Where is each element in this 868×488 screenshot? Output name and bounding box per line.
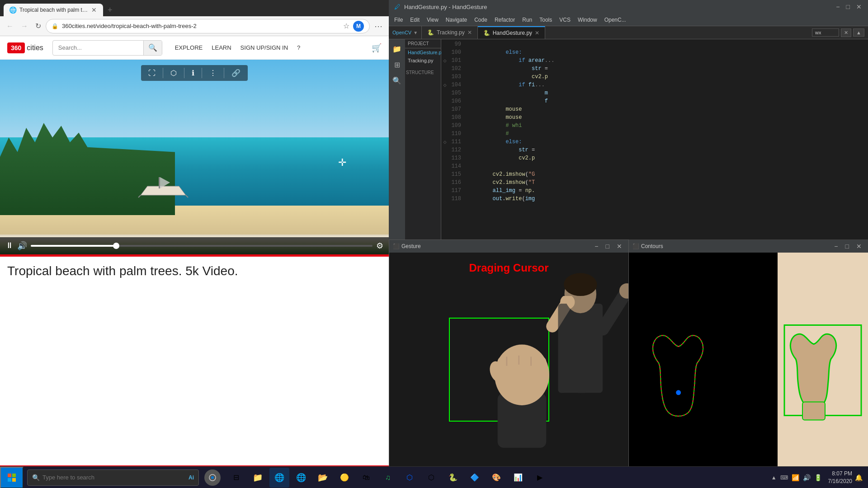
taskbar-app-paint[interactable]: 🎨 xyxy=(486,468,506,488)
taskbar-app-pycharm[interactable]: 🐍 xyxy=(443,468,463,488)
taskbar-notification-icon[interactable]: 🔔 xyxy=(855,474,863,481)
sidebar-project-icon[interactable]: 📁 xyxy=(391,43,403,55)
gesture-maximize-btn[interactable]: □ xyxy=(603,243,612,250)
editor-maximize-button[interactable]: □ xyxy=(844,3,853,10)
info-button[interactable]: ℹ xyxy=(188,67,198,79)
taskbar-app-store[interactable]: 🛍 xyxy=(356,468,376,488)
taskbar-volume-icon[interactable]: 🔊 xyxy=(803,474,811,481)
contours-close-btn[interactable]: ✕ xyxy=(854,243,864,250)
nav-help[interactable]: ? xyxy=(293,42,304,53)
menu-refactor[interactable]: Refactor xyxy=(491,15,519,25)
site-search-input[interactable] xyxy=(53,42,143,53)
overlay-divider-1 xyxy=(163,68,163,78)
taskbar-app-extras[interactable]: ⬡ xyxy=(421,468,441,488)
contours-maximize-btn[interactable]: □ xyxy=(843,243,852,250)
taskbar-apps-area: ⊟ 📁 🌐 🌐 📂 🟡 🛍 ♫ ⬡ ⬡ 🐍 🔷 🎨 📊 ▶ xyxy=(226,468,550,488)
editor-close-button[interactable]: ✕ xyxy=(854,3,864,10)
new-tab-button[interactable]: + xyxy=(104,5,116,16)
taskbar-app-spotify[interactable]: ♫ xyxy=(378,468,398,488)
cortana-button[interactable] xyxy=(204,469,221,486)
tab-close-button[interactable]: ✕ xyxy=(90,6,98,14)
browser-section: 🌐 Tropical beach with palm trees. 5... ✕… xyxy=(0,0,389,488)
editor-search-next[interactable]: ▲ xyxy=(853,28,864,37)
taskbar-search-bar[interactable]: 🔍 Ai xyxy=(27,469,199,486)
code-area[interactable]: 99 100 else: ◇ 101 if arear... xyxy=(441,39,868,239)
taskbar-app-taskview[interactable]: ⊟ xyxy=(226,468,246,488)
menu-code[interactable]: Code xyxy=(471,15,491,25)
tab-handgesture-py[interactable]: 🐍 HandGesture.py ✕ xyxy=(478,26,545,39)
editor-sidebar-icons: 📁 ⊞ 🔍 xyxy=(389,39,405,239)
editor-menu-bar: File Edit View Navigate Code Refactor Ru… xyxy=(389,14,868,26)
sidebar-structure-icon[interactable]: ⊞ xyxy=(392,59,402,71)
taskbar-app-powerpoint[interactable]: 📊 xyxy=(508,468,528,488)
tab-tracking-py[interactable]: 🐍 Tracking.py ✕ xyxy=(422,26,478,39)
editor-search-input[interactable] xyxy=(812,28,839,37)
file-item-tracking[interactable]: Tracking.py xyxy=(405,56,441,65)
menu-window[interactable]: Window xyxy=(574,15,601,25)
taskbar-app-chrome[interactable]: 🟡 xyxy=(335,468,354,488)
taskbar-date-display: 7/16/2020 xyxy=(828,478,852,485)
menu-file[interactable]: File xyxy=(391,15,406,25)
menu-vcs[interactable]: VCS xyxy=(556,15,574,25)
start-button[interactable] xyxy=(0,467,24,488)
taskbar-app-filemanager[interactable]: 📂 xyxy=(313,468,333,488)
more-button[interactable]: ⋮ xyxy=(206,67,220,79)
forward-button[interactable]: → xyxy=(18,20,31,32)
back-button[interactable]: ← xyxy=(4,20,16,32)
menu-tools[interactable]: Tools xyxy=(536,15,556,25)
refresh-button[interactable]: ↻ xyxy=(33,20,44,32)
nav-signin[interactable]: SIGN UP/SIGN IN xyxy=(237,42,292,53)
link-button[interactable]: 🔗 xyxy=(228,67,244,79)
vr-mode-button[interactable]: ⬡ xyxy=(167,67,180,79)
tracking-tab-close[interactable]: ✕ xyxy=(467,29,472,36)
fullscreen-button[interactable]: ⛶ xyxy=(145,67,159,79)
move-cursor-icon: ✛ xyxy=(338,157,349,168)
editor-minimize-button[interactable]: − xyxy=(833,3,842,10)
browser-tab-active[interactable]: 🌐 Tropical beach with palm trees. 5... ✕ xyxy=(4,4,103,16)
play-pause-button[interactable]: ⏸ xyxy=(5,241,14,250)
contours-minimize-btn[interactable]: − xyxy=(831,243,840,250)
menu-run[interactable]: Run xyxy=(519,15,536,25)
file-item-handgesture[interactable]: HandGesture.py xyxy=(405,48,441,56)
bookmark-icon[interactable]: ☆ xyxy=(343,22,349,30)
nav-learn[interactable]: LEARN xyxy=(208,42,235,53)
taskbar-app-dropbox[interactable]: ⬡ xyxy=(400,468,420,488)
menu-opencs[interactable]: OpenC... xyxy=(601,15,630,25)
editor-sidebar-label-area: OpenCV ▼ xyxy=(389,26,422,39)
sidebar-search-icon[interactable]: 🔍 xyxy=(391,75,403,87)
taskbar-app-explorer[interactable]: 📁 xyxy=(248,468,268,488)
settings-button[interactable]: ⚙ xyxy=(376,241,383,251)
menu-view[interactable]: View xyxy=(423,15,442,25)
gesture-window: ⬛ Gesture − □ ✕ Draging Cursor xyxy=(389,239,629,470)
progress-bar[interactable] xyxy=(31,245,373,247)
taskbar-up-arrow[interactable]: ▲ xyxy=(771,474,777,481)
taskbar-search-input[interactable] xyxy=(42,474,189,481)
taskbar-clock[interactable]: 8:07 PM 7/16/2020 xyxy=(828,470,852,485)
nav-explore[interactable]: EXPLORE xyxy=(171,42,206,53)
menu-edit[interactable]: Edit xyxy=(406,15,423,25)
taskbar-app-edge[interactable]: 🌐 xyxy=(269,468,289,488)
below-video-area: Tropical beach with palm trees. 5k Video… xyxy=(0,257,389,466)
taskbar-keyboard-icon[interactable]: ⌨ xyxy=(780,474,788,481)
taskbar-app-vs[interactable]: 🔷 xyxy=(465,468,485,488)
video-container[interactable]: ✛ ⛶ ⬡ ℹ ⋮ 🔗 ⏸ 🔊 xyxy=(0,60,389,254)
menu-navigate[interactable]: Navigate xyxy=(442,15,471,25)
taskbar-network-icon[interactable]: 📶 xyxy=(792,474,799,481)
cart-icon[interactable]: 🛒 xyxy=(372,43,382,53)
editor-search-clear[interactable]: ✕ xyxy=(841,28,851,37)
contours-section: ⬛ Contours − □ ✕ xyxy=(629,239,868,488)
video-placeholder: ✛ ⛶ ⬡ ℹ ⋮ 🔗 ⏸ 🔊 xyxy=(0,60,389,254)
contours-window-buttons: − □ ✕ xyxy=(831,243,864,250)
gesture-close-btn[interactable]: ✕ xyxy=(614,243,625,250)
taskbar-app-media[interactable]: ▶ xyxy=(530,468,550,488)
site-search-button[interactable]: 🔍 xyxy=(143,41,162,55)
taskbar-battery-icon[interactable]: 🔋 xyxy=(814,474,822,481)
gesture-minimize-btn[interactable]: − xyxy=(592,243,601,250)
taskbar-app-ie[interactable]: 🌐 xyxy=(291,468,311,488)
browser-menu-button[interactable]: ⋯ xyxy=(372,19,385,33)
handgesture-tab-label: HandGesture.py xyxy=(493,30,532,36)
handgesture-tab-close[interactable]: ✕ xyxy=(535,30,539,36)
user-avatar[interactable]: M xyxy=(353,21,364,32)
volume-button[interactable]: 🔊 xyxy=(17,241,27,251)
contours-icon: ⬛ xyxy=(632,243,639,249)
